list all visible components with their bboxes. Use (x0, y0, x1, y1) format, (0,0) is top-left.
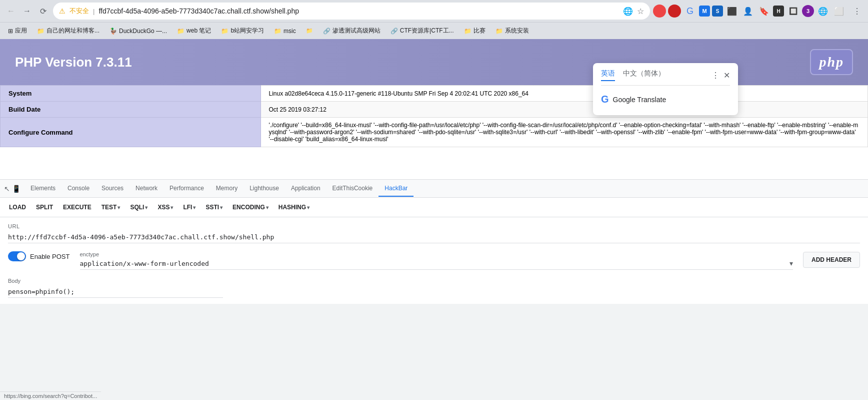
menu-button[interactable]: ⋮ (850, 4, 864, 18)
extension-icon-5[interactable]: S (712, 6, 723, 17)
encoding-dropdown-arrow: ▾ (266, 205, 268, 210)
body-section: Body (8, 278, 860, 298)
bookmark-contest[interactable]: 📁 比赛 (460, 25, 490, 37)
refresh-button[interactable]: ⟳ (36, 4, 50, 18)
translate-popup-header: 英语 中文（简体） ⋮ ✕ (601, 69, 730, 81)
bookmark-msic[interactable]: 📁 msic (270, 26, 300, 37)
extension-icon-11[interactable]: 3 (802, 5, 814, 17)
hackbar-load-btn[interactable]: LOAD (6, 202, 29, 213)
bookmark-label-web: web 笔记 (186, 27, 211, 35)
extension-icon-13[interactable]: ⬜ (832, 4, 846, 18)
bookmark-web-notes[interactable]: 📁 web 笔记 (173, 25, 215, 37)
tab-editthiscookie[interactable]: EditThisCookie (326, 181, 379, 197)
php-table-value-builddate: Oct 25 2019 03:27:12 (260, 102, 868, 118)
tab-hackbar[interactable]: HackBar (378, 181, 414, 197)
bookmark-label-pentest: 渗透测试高级网站 (332, 27, 380, 35)
tab-network[interactable]: Network (130, 181, 164, 197)
php-table-value-configure: './configure' '--build=x86_64-linux-musl… (260, 118, 868, 147)
hackbar-encoding-dropdown[interactable]: ENCODING ▾ (230, 202, 272, 213)
enctype-select-container[interactable]: application/x-www-form-urlencoded ▾ (80, 259, 793, 270)
tab-memory[interactable]: Memory (210, 181, 244, 197)
bookmark-label-blog: 自己的网址和博客... (46, 27, 100, 35)
body-label: Body (8, 278, 860, 284)
bookmark-label-msic: msic (284, 28, 296, 35)
php-table-value-system: Linux a02d8e64ceca 4.15.0-117-generic #1… (260, 86, 868, 102)
devtools-panel: ↖ 📱 Elements Console Sources Network Per… (0, 179, 868, 304)
bookmark-bilibili[interactable]: 📁 b站网安学习 (217, 25, 268, 37)
xss-dropdown-arrow: ▾ (170, 205, 173, 210)
hackbar-xss-dropdown[interactable]: XSS ▾ (154, 202, 176, 213)
enable-post-toggle: Enable POST (8, 251, 70, 261)
hackbar-execute-btn[interactable]: EXECUTE (60, 202, 94, 213)
extension-icon-12[interactable]: 🌐 (816, 4, 830, 18)
test-dropdown-arrow: ▾ (118, 205, 120, 210)
php-version-title: PHP Version 7.3.11 (15, 55, 132, 70)
translate-tab-chinese[interactable]: 中文（简体） (623, 69, 665, 81)
hackbar-lfi-dropdown[interactable]: LFI ▾ (180, 202, 198, 213)
extension-icon-7[interactable]: 👤 (741, 4, 755, 18)
bookmark-star-icon[interactable]: ☆ (637, 7, 644, 16)
bookmark-blog[interactable]: 📁 自己的网址和博客... (33, 25, 104, 37)
translate-close-icon[interactable]: ✕ (724, 71, 730, 80)
enable-post-label: Enable POST (30, 253, 70, 260)
translate-lang-tabs: 英语 中文（简体） (601, 69, 665, 81)
tab-performance[interactable]: Performance (164, 181, 210, 197)
tab-console[interactable]: Console (62, 181, 96, 197)
translate-more-options-icon[interactable]: ⋮ (712, 71, 720, 80)
hackbar-sqli-dropdown[interactable]: SQLI ▾ (127, 202, 150, 213)
extension-icon-9[interactable]: H (773, 6, 784, 17)
hackbar-test-dropdown[interactable]: TEST ▾ (98, 202, 124, 213)
address-bar[interactable]: ⚠ 不安全 | ffd7ccbf-4d5a-4096-a5eb-7773d340… (53, 3, 650, 20)
bookmark-sysinstall[interactable]: 📁 系统安装 (492, 25, 533, 37)
bookmark-ctf[interactable]: 🔗 CTF资源库|CTF工... (386, 25, 458, 37)
php-table-label-builddate: Build Date (0, 102, 261, 118)
security-warning-text: 不安全 (70, 7, 89, 16)
devtools-cursor-icon[interactable]: ↖ (4, 185, 10, 193)
translate-popup: 英语 中文（简体） ⋮ ✕ G Google Translate (593, 63, 738, 115)
back-button[interactable]: ← (4, 4, 18, 18)
bookmark-icon-blog: 📁 (37, 28, 44, 35)
hackbar-ssti-dropdown[interactable]: SSTI ▾ (202, 202, 226, 213)
enctype-section: enctype application/x-www-form-urlencode… (80, 251, 793, 270)
tab-application[interactable]: Application (285, 181, 326, 197)
post-toggle-switch[interactable] (8, 251, 26, 261)
extension-icon-10[interactable]: 🔲 (786, 4, 800, 18)
extension-icon-3[interactable]: G (683, 4, 697, 18)
add-header-button[interactable]: ADD HEADER (803, 252, 860, 268)
extension-icon-6[interactable]: ⬛ (725, 4, 739, 18)
hackbar-toolbar: LOAD SPLIT EXECUTE TEST ▾ SQLI ▾ XSS ▾ L… (0, 198, 868, 217)
extension-icon-1[interactable] (653, 5, 666, 18)
translate-tab-english[interactable]: 英语 (601, 69, 615, 81)
hackbar-url-input[interactable] (8, 231, 860, 243)
bookmarks-bar: ⊞ 应用 📁 自己的网址和博客... 🦆 DuckDuckGo —... 📁 w… (0, 22, 868, 39)
tab-lighthouse[interactable]: Lighthouse (244, 181, 285, 197)
bookmark-icon-web: 📁 (177, 28, 184, 35)
bookmark-pentest[interactable]: 🔗 渗透测试高级网站 (319, 25, 384, 37)
bookmark-icon-msic: 📁 (274, 28, 282, 35)
php-logo-text: php (819, 54, 844, 70)
separator: | (93, 8, 94, 15)
bookmark-extra[interactable]: 📁 (302, 26, 317, 36)
translate-popup-controls: ⋮ ✕ (712, 71, 730, 80)
body-input[interactable] (8, 286, 223, 298)
extension-icon-4[interactable]: M (699, 6, 710, 17)
apps-icon: ⊞ (8, 28, 13, 35)
extension-icon-8[interactable]: 🔖 (757, 4, 771, 18)
bookmark-duckduckgo[interactable]: 🦆 DuckDuckGo —... (106, 26, 171, 37)
tab-elements[interactable]: Elements (24, 181, 62, 197)
browser-toolbar-icons: G M S ⬛ 👤 🔖 H 🔲 3 🌐 ⬜ ⋮ (653, 4, 864, 18)
lfi-dropdown-arrow: ▾ (193, 205, 196, 210)
hackbar-split-btn[interactable]: SPLIT (33, 202, 56, 213)
hackbar-content: URL Enable POST enctype application/x-ww… (0, 217, 868, 304)
devtools-device-icon[interactable]: 📱 (12, 185, 20, 193)
bookmark-apps[interactable]: ⊞ 应用 (4, 25, 31, 37)
php-table-label-configure: Configure Command (0, 118, 261, 147)
extension-icon-2[interactable] (668, 5, 681, 18)
browser-window: ← → ⟳ ⚠ 不安全 | ffd7ccbf-4d5a-4096-a5eb-77… (0, 0, 868, 304)
hashing-dropdown-arrow: ▾ (307, 205, 310, 210)
devtools-tabs: ↖ 📱 Elements Console Sources Network Per… (0, 180, 868, 198)
translate-icon[interactable]: 🌐 (623, 7, 633, 16)
hackbar-hashing-dropdown[interactable]: HASHING ▾ (276, 202, 312, 213)
tab-sources[interactable]: Sources (96, 181, 130, 197)
forward-button[interactable]: → (20, 4, 34, 18)
